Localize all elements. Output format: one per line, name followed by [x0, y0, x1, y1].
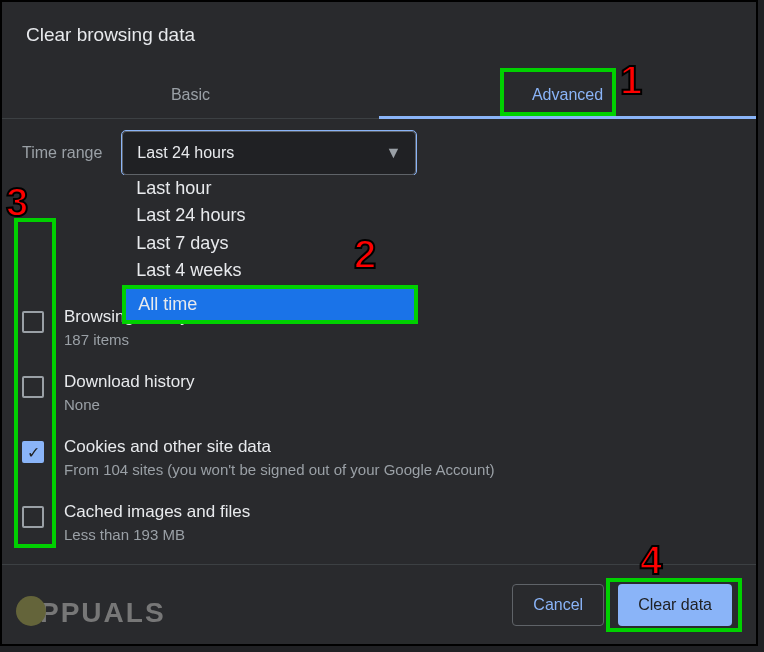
chevron-down-icon: ▼: [385, 144, 401, 162]
list-item: Download history None: [22, 360, 726, 425]
option-last-hour[interactable]: Last hour: [122, 175, 418, 202]
item-sub: None: [64, 396, 726, 413]
item-title: Cached images and files: [64, 502, 726, 522]
list-item: ✓ Cookies and other site data From 104 s…: [22, 425, 726, 490]
content-scroll[interactable]: Time range Last 24 hours ▼ Last hour Las…: [2, 119, 756, 549]
tabs-bar: Basic Advanced: [2, 72, 756, 119]
item-sub: 187 items: [64, 331, 726, 348]
list-item: Cached images and files Less than 193 MB: [22, 490, 726, 549]
dialog-title: Clear browsing data: [2, 2, 756, 56]
clear-data-button[interactable]: Clear data: [618, 584, 732, 626]
item-title: Download history: [64, 372, 726, 392]
cancel-button-label: Cancel: [533, 596, 583, 614]
option-last-24-hours[interactable]: Last 24 hours: [122, 202, 418, 229]
checkbox-download-history[interactable]: [22, 376, 44, 398]
checkbox-browsing-history[interactable]: [22, 311, 44, 333]
checkbox-cookies[interactable]: ✓: [22, 441, 44, 463]
item-sub: Less than 193 MB: [64, 526, 726, 543]
watermark-text: PPUALS: [40, 597, 166, 628]
clear-browsing-data-dialog: Clear browsing data Basic Advanced Time …: [0, 0, 758, 646]
time-range-options: Last hour Last 24 hours Last 7 days Last…: [122, 175, 418, 324]
clear-data-button-label: Clear data: [638, 596, 712, 614]
option-last-7-days[interactable]: Last 7 days: [122, 230, 418, 257]
tab-basic[interactable]: Basic: [2, 72, 379, 118]
watermark: PPUALS: [16, 597, 166, 630]
item-sub: From 104 sites (you won't be signed out …: [64, 461, 726, 478]
watermark-icon: [16, 596, 46, 626]
time-range-label: Time range: [22, 144, 102, 162]
option-last-4-weeks[interactable]: Last 4 weeks: [122, 257, 418, 284]
tab-basic-label: Basic: [171, 86, 210, 103]
tab-advanced-label: Advanced: [532, 86, 603, 103]
time-range-row: Time range Last 24 hours ▼ Last hour Las…: [22, 131, 726, 175]
checkbox-cached-images[interactable]: [22, 506, 44, 528]
tab-advanced[interactable]: Advanced: [379, 72, 756, 118]
time-range-selected: Last 24 hours: [137, 144, 234, 162]
option-all-time[interactable]: All time: [122, 285, 418, 324]
time-range-dropdown[interactable]: Last 24 hours ▼: [122, 131, 416, 175]
item-title: Cookies and other site data: [64, 437, 726, 457]
cancel-button[interactable]: Cancel: [512, 584, 604, 626]
items-list: Browsing history 187 items Download hist…: [22, 295, 726, 549]
